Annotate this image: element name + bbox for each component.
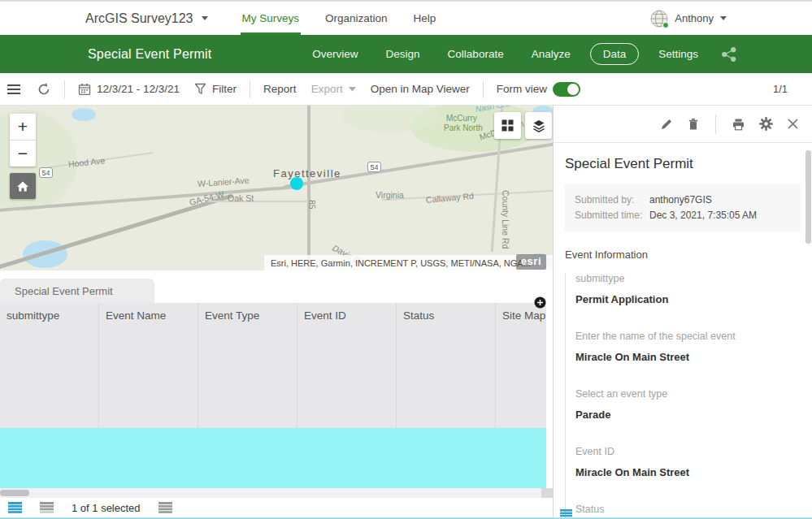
expand-table-button[interactable] — [534, 296, 546, 312]
home-icon — [16, 180, 29, 192]
table-row-selected[interactable] — [0, 428, 546, 488]
app-title-label: ArcGIS Survey123 — [85, 11, 193, 26]
export-button[interactable]: Export — [304, 73, 363, 105]
layers-button[interactable] — [525, 112, 552, 139]
zoom-out-button[interactable]: − — [10, 141, 36, 167]
status-dot — [662, 22, 669, 28]
home-extent-button[interactable] — [10, 173, 36, 199]
horizontal-scrollbar[interactable] — [0, 488, 546, 498]
chevron-down-icon — [349, 87, 356, 92]
map-tools — [494, 112, 552, 139]
share-icon[interactable] — [721, 47, 737, 62]
field-value: Miracle On Main Street — [575, 351, 801, 363]
field-label: Select an event type — [575, 388, 801, 400]
export-label: Export — [311, 83, 343, 95]
map-label: Virginia — [376, 190, 404, 200]
field-value: Parade — [575, 409, 801, 421]
column-header-site-map[interactable]: Site Map C — [496, 303, 546, 428]
open-in-map-viewer-button[interactable]: Open in Map Viewer — [363, 73, 477, 105]
table-tab-row: Special Event Permit — [0, 279, 553, 303]
nav-label: My Surveys — [242, 12, 300, 24]
column-header-event-type[interactable]: Event Type — [198, 303, 297, 428]
divider — [64, 80, 65, 98]
field-label: Enter the name of the special event — [575, 331, 801, 342]
nav-item-help[interactable]: Help — [401, 2, 449, 35]
highway-shield: 54 — [367, 162, 381, 172]
map-label: 85 — [307, 200, 317, 210]
field-event-name: Enter the name of the special event Mira… — [575, 331, 801, 363]
nav-item-organization[interactable]: Organization — [312, 2, 401, 35]
column-header-status[interactable]: Status — [397, 303, 496, 428]
map-label: County Line Rd — [501, 190, 510, 249]
calendar-icon — [78, 83, 91, 96]
esri-logo: esri — [516, 254, 546, 270]
tab-analyze[interactable]: Analyze — [523, 44, 579, 64]
scrollbar-corner — [541, 488, 553, 498]
app-nav: My Surveys Organization Help — [229, 2, 449, 35]
close-button[interactable] — [787, 118, 799, 130]
edit-button[interactable] — [660, 118, 673, 131]
map-label: McCurry — [446, 114, 477, 123]
menu-button[interactable] — [0, 73, 29, 105]
vertical-scrollbar-thumb[interactable] — [805, 150, 811, 244]
page-indicator: 1/1 — [773, 83, 788, 95]
delete-button[interactable] — [687, 118, 700, 131]
map-label: Callaway Rd — [425, 191, 474, 205]
toggle-knob — [567, 84, 579, 95]
table-tab-special-event-permit[interactable]: Special Event Permit — [0, 279, 154, 303]
panel-title: Special Event Permit — [565, 156, 801, 172]
user-menu[interactable]: Anthony — [650, 10, 727, 28]
gear-icon — [759, 117, 773, 131]
date-range-picker[interactable]: 12/3/21 - 12/3/21 — [71, 73, 187, 105]
submitted-by-value: anthony67GIS — [649, 192, 712, 208]
app-title: ArcGIS Survey123 — [85, 11, 208, 26]
column-header-event-id[interactable]: Event ID — [297, 303, 397, 428]
divider — [715, 115, 716, 134]
chevron-down-icon — [720, 16, 727, 20]
scrollbar-thumb[interactable] — [0, 490, 29, 496]
survey-title: Special Event Permit — [88, 47, 212, 62]
tab-collaborate[interactable]: Collaborate — [440, 44, 512, 64]
tab-data[interactable]: Data — [590, 43, 640, 65]
field-event-id: Event ID Miracle On Main Street — [575, 446, 801, 478]
close-icon — [787, 118, 799, 130]
column-header-submittype[interactable]: submittype — [0, 303, 99, 428]
data-toolbar: 12/3/21 - 12/3/21 Filter Report Export O… — [0, 73, 812, 106]
map-attribution: Esri, HERE, Garmin, INCREMENT P, USGS, M… — [264, 255, 553, 270]
map[interactable]: Nash Cre McCurry Park North McDonough Ho… — [0, 106, 553, 270]
trash-icon — [687, 118, 700, 131]
table-view-button-alt[interactable] — [40, 502, 54, 514]
app-header: ArcGIS Survey123 My Surveys Organization… — [0, 0, 812, 35]
table-view-button-extra[interactable] — [158, 502, 172, 514]
form-view-control: Form view — [489, 73, 588, 105]
open-in-map-viewer-label: Open in Map Viewer — [371, 83, 470, 95]
zoom-in-button[interactable]: + — [10, 114, 36, 140]
table-tab-label: Special Event Permit — [15, 285, 113, 297]
avatar — [650, 10, 668, 28]
basemap-button[interactable] — [494, 112, 521, 139]
print-button[interactable] — [732, 118, 745, 131]
highway-shield: 54 — [39, 167, 53, 178]
map-label-city: Fayetteville — [273, 167, 341, 179]
chevron-down-icon[interactable] — [202, 16, 208, 20]
map-point-marker[interactable] — [290, 177, 303, 190]
settings-button[interactable] — [759, 117, 773, 131]
map-zoom-control: + − — [10, 114, 36, 167]
map-pond — [72, 108, 96, 121]
grid-icon — [502, 119, 514, 132]
report-button[interactable]: Report — [256, 73, 304, 105]
refresh-button[interactable] — [29, 73, 59, 105]
filter-button[interactable]: Filter — [187, 73, 244, 105]
map-label: Oak St — [228, 193, 254, 203]
tab-settings[interactable]: Settings — [650, 44, 706, 64]
column-header-event-name[interactable]: Event Name — [99, 303, 198, 428]
form-view-toggle[interactable] — [553, 82, 580, 97]
layers-icon — [532, 119, 545, 132]
divider — [483, 80, 484, 98]
app-window: ArcGIS Survey123 My Surveys Organization… — [0, 0, 812, 519]
nav-item-my-surveys[interactable]: My Surveys — [229, 2, 313, 35]
tab-overview[interactable]: Overview — [304, 44, 366, 64]
tab-design[interactable]: Design — [378, 44, 428, 64]
table-view-button-active[interactable] — [8, 502, 22, 514]
filter-label: Filter — [212, 83, 237, 95]
